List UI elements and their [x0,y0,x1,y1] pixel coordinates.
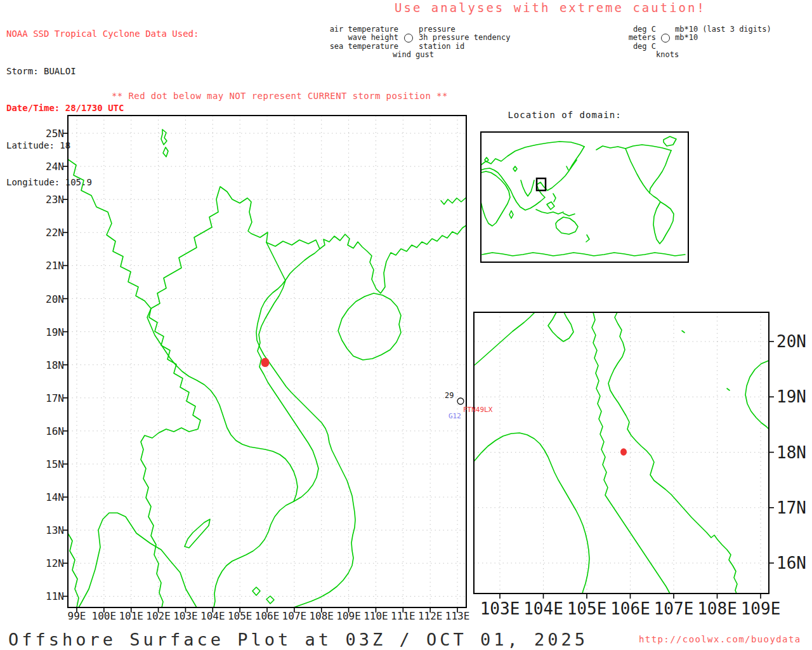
station-id-value: FTN49LX [463,406,492,414]
zoom-map-x-tick-label: 106E [610,599,650,618]
legend-wave-height: wave height [319,34,398,43]
main-map-x-tick-label: 109E [336,610,361,622]
zoom-map-y-tick-label: 17N [776,498,806,517]
main-map-y-tick-label: 19N [46,326,64,338]
main-map-y-tick-label: 16N [46,425,64,437]
source-url[interactable]: http://coolwx.com/buoydata [639,634,801,644]
main-map-x-tick-label: 108E [309,610,334,622]
main-map-x-tick-label: 103E [173,610,198,622]
main-map-x-tick-label: 100E [92,610,117,622]
main-map-x-tick-label: 99E [68,610,86,622]
main-map-y-tick-label: 11N [46,590,64,602]
zoom-map-y-tick-label: 20N [776,332,806,351]
inset-map-title: Location of domain: [508,110,621,120]
legend-pressure-tendency: 3h pressure tendency [419,34,511,43]
storm-longitude-line: Longitude: 105.9 [6,176,199,189]
noaa-data-line: NOAA SSD Tropical Cyclone Data Used: [6,28,199,41]
main-map-y-tick-label: 23N [46,194,64,206]
zoom-map-x-tick-label: 104E [523,599,563,618]
storm-latitude-line: Latitude: 18 [6,140,199,152]
zoom-map-y-tick-label: 16N [776,554,806,573]
main-map-x-tick-label: 106E [255,610,280,622]
main-map-x-tick-label: 104E [200,610,225,622]
main-map-y-tick-label: 15N [46,458,64,470]
zoom-map-x-tick-label: 105E [567,599,607,618]
main-map-x-tick-label: 102E [146,610,171,622]
caution-banner: Use analyses with extreme caution! [395,1,706,15]
station-air-temperature-value: 29 [445,391,454,400]
main-map-x-tick-label: 110E [363,610,388,622]
zoom-map-x-tick-label: 107E [654,599,694,618]
station-plot-legend-labels: air temperature pressure wave height 3h … [319,25,511,60]
legend-gust-units: knots [627,51,771,59]
legend-wave-units: meters [627,34,656,43]
main-map-x-tick-label: 112E [418,610,443,622]
zoom-map-y-tick-label: 18N [776,443,806,462]
main-map-y-tick-label: 21N [46,260,64,272]
legend-wind-gust: wind gust [319,51,511,59]
main-map-x-tick-label: 105E [228,610,252,622]
main-map-x-tick-label: 113E [445,610,470,622]
zoom-map-x-tick-label: 108E [697,599,737,618]
station-circle-icon [404,34,413,43]
storm-info-block: NOAA SSD Tropical Cyclone Data Used: Sto… [6,3,199,201]
storm-name-line: Storm: BUALOI [6,65,199,78]
legend-tendency-units: mb*10 [675,34,771,43]
zoom-map-x-tick-label: 103E [480,599,520,618]
main-map-y-tick-label: 24N [46,161,64,173]
main-map-y-tick-label: 20N [46,293,64,305]
legend-sea-units: deg C [627,43,656,51]
plot-title: Offshore Surface Plot at 03Z / OCT 01, 2… [8,630,588,649]
zoom-map-y-tick-label: 19N [776,387,806,406]
zoom-map-x-tick-label: 109E [741,599,781,618]
station-circle-icon [661,34,670,43]
station-plot-legend-units: deg C mb*10 (last 3 digits) meters mb*10… [627,25,771,60]
station-wind-gust-value: G12 [449,412,461,420]
main-map-x-tick-label: 111E [391,610,416,622]
main-map-y-tick-label: 17N [46,392,64,404]
main-map-y-tick-label: 18N [46,359,64,371]
main-map-y-tick-label: 14N [46,491,64,503]
main-map-y-tick-label: 22N [46,227,64,239]
storm-datetime-line: Date/Time: 28/1730 UTC [6,102,199,115]
main-map-y-tick-label: 25N [46,128,64,140]
legend-sea-temperature: sea temperature [319,43,398,51]
main-map-y-tick-label: 12N [46,557,64,569]
legend-gust-units-spacer [675,43,771,51]
main-map-x-tick-label: 101E [119,610,143,622]
main-map-y-tick-label: 13N [46,524,64,536]
main-map-x-tick-label: 107E [282,610,307,622]
storm-position-warning: ** Red dot below may NOT represent CURRE… [112,91,448,101]
